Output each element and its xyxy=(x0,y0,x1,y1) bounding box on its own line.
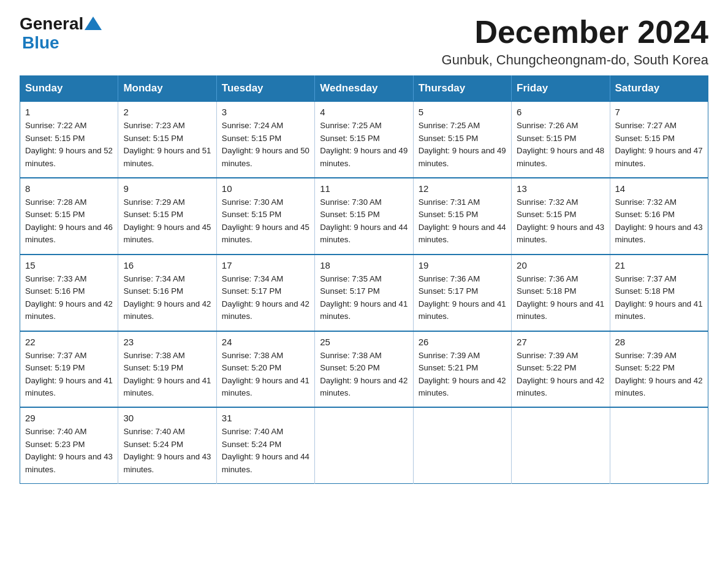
calendar-cell: 21 Sunrise: 7:37 AMSunset: 5:18 PMDaylig… xyxy=(610,255,708,331)
cell-info: Sunrise: 7:23 AMSunset: 5:15 PMDaylight:… xyxy=(123,120,211,170)
calendar-cell: 13 Sunrise: 7:32 AMSunset: 5:15 PMDaylig… xyxy=(512,178,610,255)
day-number: 15 xyxy=(25,260,113,270)
calendar-cell: 23 Sunrise: 7:38 AMSunset: 5:19 PMDaylig… xyxy=(118,331,216,408)
calendar-cell: 25 Sunrise: 7:38 AMSunset: 5:20 PMDaylig… xyxy=(315,331,413,408)
calendar-cell: 11 Sunrise: 7:30 AMSunset: 5:15 PMDaylig… xyxy=(315,178,413,255)
calendar-cell: 12 Sunrise: 7:31 AMSunset: 5:15 PMDaylig… xyxy=(413,178,511,255)
calendar-cell: 14 Sunrise: 7:32 AMSunset: 5:16 PMDaylig… xyxy=(610,178,708,255)
cell-info: Sunrise: 7:34 AMSunset: 5:17 PMDaylight:… xyxy=(222,273,309,323)
cell-info: Sunrise: 7:32 AMSunset: 5:15 PMDaylight:… xyxy=(517,196,604,247)
weekday-header-sunday: Sunday xyxy=(20,76,118,102)
day-number: 7 xyxy=(615,107,703,117)
calendar-cell: 9 Sunrise: 7:29 AMSunset: 5:15 PMDayligh… xyxy=(118,178,216,255)
calendar-week-row: 8 Sunrise: 7:28 AMSunset: 5:15 PMDayligh… xyxy=(20,178,708,255)
cell-info: Sunrise: 7:28 AMSunset: 5:15 PMDaylight:… xyxy=(25,196,113,247)
calendar-cell: 31 Sunrise: 7:40 AMSunset: 5:24 PMDaylig… xyxy=(216,407,314,483)
calendar-cell: 8 Sunrise: 7:28 AMSunset: 5:15 PMDayligh… xyxy=(20,178,118,255)
weekday-header-thursday: Thursday xyxy=(413,76,511,102)
day-number: 12 xyxy=(419,183,506,194)
cell-info: Sunrise: 7:34 AMSunset: 5:16 PMDaylight:… xyxy=(123,273,211,323)
calendar-cell: 18 Sunrise: 7:35 AMSunset: 5:17 PMDaylig… xyxy=(315,255,413,331)
calendar-cell: 22 Sunrise: 7:37 AMSunset: 5:19 PMDaylig… xyxy=(20,331,118,408)
day-number: 24 xyxy=(222,337,309,347)
day-number: 3 xyxy=(222,107,309,117)
cell-info: Sunrise: 7:24 AMSunset: 5:15 PMDaylight:… xyxy=(222,120,309,170)
day-number: 14 xyxy=(615,183,703,194)
day-number: 2 xyxy=(123,107,211,117)
day-number: 17 xyxy=(222,260,309,270)
day-number: 11 xyxy=(320,183,408,194)
weekday-header-monday: Monday xyxy=(118,76,216,102)
logo-blue: Blue xyxy=(20,34,102,53)
calendar-cell: 19 Sunrise: 7:36 AMSunset: 5:17 PMDaylig… xyxy=(413,255,511,331)
calendar-week-row: 29 Sunrise: 7:40 AMSunset: 5:23 PMDaylig… xyxy=(20,407,708,483)
calendar-cell: 28 Sunrise: 7:39 AMSunset: 5:22 PMDaylig… xyxy=(610,331,708,408)
calendar-cell: 30 Sunrise: 7:40 AMSunset: 5:24 PMDaylig… xyxy=(118,407,216,483)
day-number: 28 xyxy=(615,337,703,347)
cell-info: Sunrise: 7:25 AMSunset: 5:15 PMDaylight:… xyxy=(419,120,506,170)
day-number: 6 xyxy=(517,107,604,117)
calendar-cell: 16 Sunrise: 7:34 AMSunset: 5:16 PMDaylig… xyxy=(118,255,216,331)
day-number: 5 xyxy=(419,107,506,117)
cell-info: Sunrise: 7:40 AMSunset: 5:24 PMDaylight:… xyxy=(222,426,309,476)
location: Gunbuk, Chungcheongnam-do, South Korea xyxy=(442,52,708,68)
day-number: 22 xyxy=(25,337,113,347)
cell-info: Sunrise: 7:38 AMSunset: 5:19 PMDaylight:… xyxy=(123,350,211,400)
calendar-cell: 5 Sunrise: 7:25 AMSunset: 5:15 PMDayligh… xyxy=(413,101,511,178)
weekday-header-tuesday: Tuesday xyxy=(216,76,314,102)
day-number: 18 xyxy=(320,260,408,270)
page-header: General Blue December 2024 Gunbuk, Chung… xyxy=(20,15,708,68)
month-title: December 2024 xyxy=(442,15,708,50)
cell-info: Sunrise: 7:37 AMSunset: 5:18 PMDaylight:… xyxy=(615,273,703,323)
title-block: December 2024 Gunbuk, Chungcheongnam-do,… xyxy=(442,15,708,68)
logo: General Blue xyxy=(20,15,102,53)
logo-triangle-icon xyxy=(85,17,102,30)
calendar-week-row: 1 Sunrise: 7:22 AMSunset: 5:15 PMDayligh… xyxy=(20,101,708,178)
calendar-header-row: SundayMondayTuesdayWednesdayThursdayFrid… xyxy=(20,76,708,102)
cell-info: Sunrise: 7:38 AMSunset: 5:20 PMDaylight:… xyxy=(222,350,309,400)
calendar-cell: 7 Sunrise: 7:27 AMSunset: 5:15 PMDayligh… xyxy=(610,101,708,178)
cell-info: Sunrise: 7:29 AMSunset: 5:15 PMDaylight:… xyxy=(123,196,211,247)
weekday-header-saturday: Saturday xyxy=(610,76,708,102)
cell-info: Sunrise: 7:22 AMSunset: 5:15 PMDaylight:… xyxy=(25,120,113,170)
day-number: 31 xyxy=(222,413,309,423)
day-number: 21 xyxy=(615,260,703,270)
calendar-cell xyxy=(315,407,413,483)
cell-info: Sunrise: 7:25 AMSunset: 5:15 PMDaylight:… xyxy=(320,120,408,170)
calendar-cell: 24 Sunrise: 7:38 AMSunset: 5:20 PMDaylig… xyxy=(216,331,314,408)
calendar-cell: 4 Sunrise: 7:25 AMSunset: 5:15 PMDayligh… xyxy=(315,101,413,178)
calendar-cell xyxy=(413,407,511,483)
calendar-cell: 29 Sunrise: 7:40 AMSunset: 5:23 PMDaylig… xyxy=(20,407,118,483)
day-number: 1 xyxy=(25,107,113,117)
cell-info: Sunrise: 7:36 AMSunset: 5:18 PMDaylight:… xyxy=(517,273,604,323)
calendar-week-row: 22 Sunrise: 7:37 AMSunset: 5:19 PMDaylig… xyxy=(20,331,708,408)
calendar-cell xyxy=(610,407,708,483)
day-number: 16 xyxy=(123,260,211,270)
cell-info: Sunrise: 7:39 AMSunset: 5:21 PMDaylight:… xyxy=(419,350,506,400)
day-number: 19 xyxy=(419,260,506,270)
cell-info: Sunrise: 7:32 AMSunset: 5:16 PMDaylight:… xyxy=(615,196,703,247)
day-number: 4 xyxy=(320,107,408,117)
cell-info: Sunrise: 7:30 AMSunset: 5:15 PMDaylight:… xyxy=(320,196,408,247)
calendar-cell: 26 Sunrise: 7:39 AMSunset: 5:21 PMDaylig… xyxy=(413,331,511,408)
calendar-cell: 20 Sunrise: 7:36 AMSunset: 5:18 PMDaylig… xyxy=(512,255,610,331)
cell-info: Sunrise: 7:40 AMSunset: 5:23 PMDaylight:… xyxy=(25,426,113,476)
cell-info: Sunrise: 7:33 AMSunset: 5:16 PMDaylight:… xyxy=(25,273,113,323)
day-number: 30 xyxy=(123,413,211,423)
calendar-cell: 3 Sunrise: 7:24 AMSunset: 5:15 PMDayligh… xyxy=(216,101,314,178)
calendar-cell: 27 Sunrise: 7:39 AMSunset: 5:22 PMDaylig… xyxy=(512,331,610,408)
day-number: 9 xyxy=(123,183,211,194)
day-number: 27 xyxy=(517,337,604,347)
calendar-cell: 2 Sunrise: 7:23 AMSunset: 5:15 PMDayligh… xyxy=(118,101,216,178)
cell-info: Sunrise: 7:30 AMSunset: 5:15 PMDaylight:… xyxy=(222,196,309,247)
calendar-cell: 10 Sunrise: 7:30 AMSunset: 5:15 PMDaylig… xyxy=(216,178,314,255)
calendar-cell: 6 Sunrise: 7:26 AMSunset: 5:15 PMDayligh… xyxy=(512,101,610,178)
cell-info: Sunrise: 7:40 AMSunset: 5:24 PMDaylight:… xyxy=(123,426,211,476)
calendar-cell: 1 Sunrise: 7:22 AMSunset: 5:15 PMDayligh… xyxy=(20,101,118,178)
cell-info: Sunrise: 7:36 AMSunset: 5:17 PMDaylight:… xyxy=(419,273,506,323)
day-number: 13 xyxy=(517,183,604,194)
day-number: 23 xyxy=(123,337,211,347)
cell-info: Sunrise: 7:39 AMSunset: 5:22 PMDaylight:… xyxy=(517,350,604,400)
day-number: 8 xyxy=(25,183,113,194)
day-number: 25 xyxy=(320,337,408,347)
